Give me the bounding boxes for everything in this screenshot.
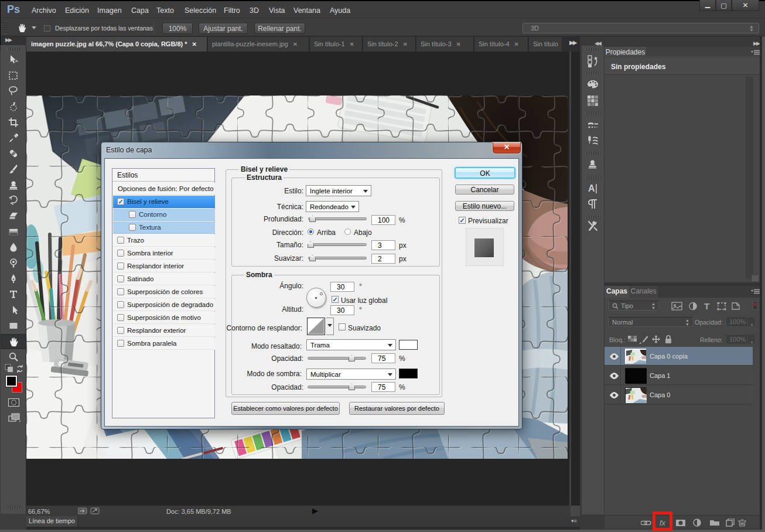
svg-text:A: A [588,183,595,193]
svg-text:T: T [704,302,709,311]
